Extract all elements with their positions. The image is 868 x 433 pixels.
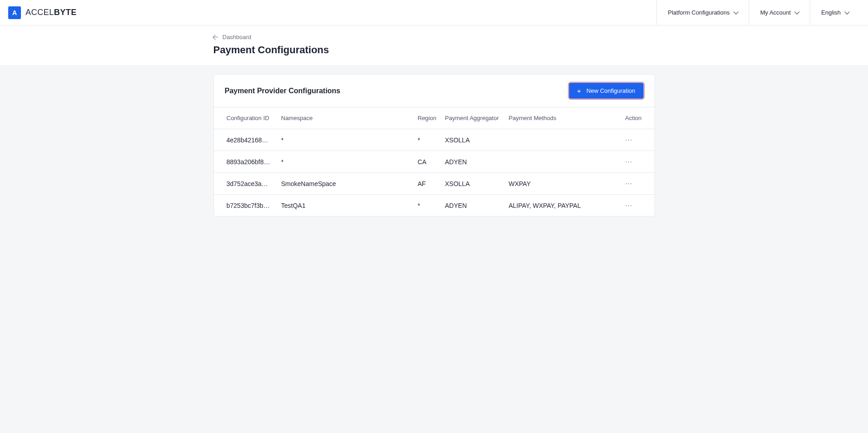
cell-config-id: 3d752ace3a… bbox=[214, 173, 278, 195]
button-label: New Configuration bbox=[587, 87, 635, 94]
logo-text: ACCELBYTE bbox=[25, 8, 77, 17]
table-header-action: Action bbox=[621, 107, 654, 129]
page-title: Payment Configurations bbox=[213, 44, 655, 56]
payment-provider-card: Payment Provider Configurations + New Co… bbox=[213, 74, 655, 216]
cell-methods: ALIPAY, WXPAY, PAYPAL bbox=[505, 195, 622, 216]
cell-namespace: SmokeNameSpace bbox=[278, 173, 414, 195]
chevron-down-icon bbox=[795, 9, 800, 14]
nav-item-label: English bbox=[821, 9, 841, 16]
breadcrumb[interactable]: Dashboard bbox=[213, 34, 655, 40]
action-menu-icon[interactable]: ⋯ bbox=[625, 180, 633, 187]
table-row: b7253bc7f3b… TestQA1 * ADYEN ALIPAY, WXP… bbox=[214, 195, 655, 216]
cell-namespace: TestQA1 bbox=[278, 195, 414, 216]
table-row: 3d752ace3a… SmokeNameSpace AF XSOLLA WXP… bbox=[214, 173, 655, 195]
app-header: A ACCELBYTE Platform Configurations My A… bbox=[0, 0, 868, 25]
content: Payment Provider Configurations + New Co… bbox=[213, 74, 655, 216]
action-menu-icon[interactable]: ⋯ bbox=[625, 158, 633, 166]
arrow-left-icon bbox=[213, 35, 218, 39]
cell-namespace: * bbox=[278, 151, 414, 173]
logo[interactable]: A ACCELBYTE bbox=[8, 6, 77, 19]
breadcrumb-label: Dashboard bbox=[223, 34, 252, 40]
cell-action: ⋯ bbox=[621, 151, 654, 173]
nav-item-label: My Account bbox=[760, 9, 791, 16]
cell-action: ⋯ bbox=[621, 129, 654, 151]
chevron-down-icon bbox=[733, 9, 738, 14]
new-configuration-button[interactable]: + New Configuration bbox=[569, 83, 644, 99]
cell-config-id: 8893a206bf8… bbox=[214, 151, 278, 173]
action-menu-icon[interactable]: ⋯ bbox=[625, 136, 633, 144]
cell-action: ⋯ bbox=[621, 173, 654, 195]
cell-region: * bbox=[414, 195, 442, 216]
card-header: Payment Provider Configurations + New Co… bbox=[214, 75, 655, 107]
svg-text:A: A bbox=[12, 9, 17, 16]
cell-region: CA bbox=[414, 151, 442, 173]
cell-aggregator: ADYEN bbox=[442, 195, 505, 216]
action-menu-icon[interactable]: ⋯ bbox=[625, 201, 633, 209]
page-header: Dashboard Payment Configurations bbox=[0, 25, 868, 65]
table-row: 8893a206bf8… * CA ADYEN ⋯ bbox=[214, 151, 655, 173]
cell-aggregator: XSOLLA bbox=[442, 173, 505, 195]
cell-config-id: b7253bc7f3b… bbox=[214, 195, 278, 216]
cell-aggregator: ADYEN bbox=[442, 151, 505, 173]
cell-methods bbox=[505, 129, 622, 151]
cell-action: ⋯ bbox=[621, 195, 654, 216]
chevron-down-icon bbox=[844, 9, 849, 14]
nav-language[interactable]: English bbox=[810, 0, 860, 25]
table-header-region: Region bbox=[414, 107, 442, 129]
cell-aggregator: XSOLLA bbox=[442, 129, 505, 151]
table-header-aggregator: Payment Aggregator bbox=[442, 107, 505, 129]
cell-methods bbox=[505, 151, 622, 173]
nav-item-label: Platform Configurations bbox=[668, 9, 730, 16]
table-header-methods: Payment Methods bbox=[505, 107, 622, 129]
cell-config-id: 4e28b42168… bbox=[214, 129, 278, 151]
cell-namespace: * bbox=[278, 129, 414, 151]
nav-my-account[interactable]: My Account bbox=[749, 0, 810, 25]
cell-region: * bbox=[414, 129, 442, 151]
logo-mark-icon: A bbox=[8, 6, 21, 19]
nav-platform-configurations[interactable]: Platform Configurations bbox=[656, 0, 749, 25]
table-header-namespace: Namespace bbox=[278, 107, 414, 129]
configurations-table: Configuration ID Namespace Region Paymen… bbox=[214, 107, 655, 216]
plus-icon: + bbox=[577, 87, 581, 94]
table-header-config-id: Configuration ID bbox=[214, 107, 278, 129]
cell-region: AF bbox=[414, 173, 442, 195]
cell-methods: WXPAY bbox=[505, 173, 622, 195]
header-nav: Platform Configurations My Account Engli… bbox=[656, 0, 860, 25]
table-row: 4e28b42168… * * XSOLLA ⋯ bbox=[214, 129, 655, 151]
card-title: Payment Provider Configurations bbox=[225, 87, 340, 95]
